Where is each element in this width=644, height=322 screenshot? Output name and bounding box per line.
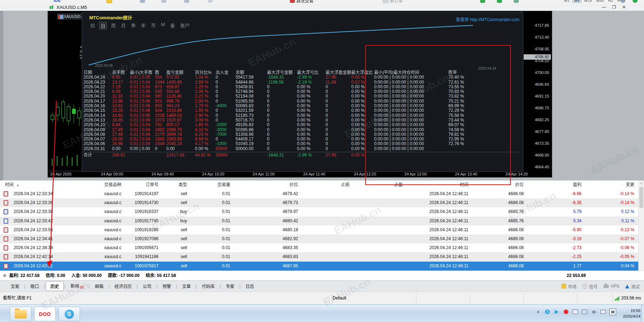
- summary-credit: 信用: 0.00: [46, 273, 65, 278]
- tab-代码库[interactable]: 代码库: [197, 282, 219, 291]
- tab-交易[interactable]: 交易: [6, 282, 24, 291]
- col-tp[interactable]: 止盈: [354, 180, 407, 189]
- tray-m-icon[interactable]: M: [609, 308, 616, 315]
- col-sl[interactable]: 止损: [302, 180, 354, 189]
- col-change[interactable]: 变更: [586, 180, 639, 189]
- tester-button[interactable]: 测试: [625, 283, 640, 289]
- crosshair-icon[interactable]: [161, 0, 166, 4]
- cloud-icon: [603, 285, 609, 288]
- col-price-close[interactable]: 价位: [473, 180, 528, 189]
- new-order-button[interactable]: 新订单: [383, 0, 403, 4]
- panel-tab[interactable]: 日: [99, 22, 107, 29]
- scroll-thumb[interactable]: [639, 187, 643, 208]
- taskbar-clock[interactable]: 19:56 2026/4/24: [623, 308, 640, 319]
- tab-敞口[interactable]: 敞口: [26, 282, 43, 291]
- tray-monitor-icon[interactable]: [572, 309, 578, 315]
- col-open-time[interactable]: 时间▲: [0, 180, 90, 189]
- panel-tab[interactable]: 年: [140, 22, 147, 29]
- line-chart-icon[interactable]: [514, 0, 519, 4]
- col-close-time[interactable]: 时间: [407, 180, 473, 189]
- tray-keyboard-icon[interactable]: [600, 309, 606, 315]
- tab-预警[interactable]: 预警: [158, 282, 175, 291]
- panel-tab[interactable]: 月: [120, 22, 127, 29]
- profile-name[interactable]: Default: [333, 292, 346, 304]
- table-row[interactable]: 2026.04.24 12:42:14 xauusd.c 1091941166 …: [0, 252, 639, 261]
- table-row[interactable]: 2026.04.24 12:33:34 xauusd.c 1091914197 …: [0, 189, 639, 198]
- panel-tab[interactable]: M: [160, 22, 166, 29]
- taskbar-doo-button[interactable]: DOO: [34, 307, 56, 321]
- table-row[interactable]: 2026.04.24 12:33:38 xauusd.c 1091916337 …: [0, 207, 639, 216]
- price-tick: 4695.60: [524, 82, 549, 86]
- tab-历史[interactable]: 历史: [46, 281, 64, 291]
- tab-文章[interactable]: 文章: [178, 282, 195, 291]
- col-profit[interactable]: 盈利: [528, 180, 586, 189]
- profile-icon[interactable]: [633, 0, 638, 4]
- panel-tab[interactable]: 季: [130, 22, 137, 29]
- cursor-icon[interactable]: [184, 0, 189, 4]
- panel-tab[interactable]: 币: [150, 22, 157, 29]
- col-order[interactable]: 订单号: [126, 180, 163, 189]
- table-row[interactable]: 2026.04.24 12:33:36 xauusd.c 1091914730 …: [0, 198, 639, 207]
- stats-header: 日期总手数 最小|大手数数 盈亏金额百分比% 出入金余额 最大浮亏金额最大浮亏比…: [84, 70, 519, 75]
- tray-network-icon[interactable]: [582, 309, 588, 315]
- doo-logo: DOO: [39, 311, 51, 317]
- tab-专家[interactable]: 专家: [222, 282, 239, 291]
- candle-chart-icon[interactable]: [480, 0, 485, 4]
- tray-red-app-icon[interactable]: [563, 309, 569, 315]
- table-row[interactable]: 2026.04.24 12:33:42 xauusd.c 1091917745 …: [0, 217, 639, 226]
- flask-icon: [625, 284, 629, 288]
- tf-h1[interactable]: H1: [607, 0, 614, 3]
- table-row[interactable]: 2026.04.24 12:33:56 xauusd.c 1091919285 …: [0, 226, 639, 234]
- tab-邮箱[interactable]: 邮箱: [91, 282, 108, 291]
- col-type[interactable]: 类型: [163, 180, 191, 189]
- tf-m15[interactable]: M15: [583, 0, 593, 3]
- panel-tab[interactable]: 账户: [179, 22, 191, 29]
- taskbar-folder-button[interactable]: [10, 307, 31, 321]
- tray-telegram-icon[interactable]: [554, 309, 560, 315]
- shapes-icon[interactable]: [208, 0, 213, 4]
- panel-tab[interactable]: 综: [89, 22, 96, 29]
- close-button[interactable]: ✕: [620, 5, 628, 10]
- tray-skype-icon[interactable]: S: [544, 309, 550, 315]
- signals-button[interactable]: 信号: [582, 283, 598, 289]
- table-row[interactable]: 2026.04.24 12:43:21 xauusd.c 1091975817 …: [0, 262, 639, 271]
- stats-row: 2026.04.10 8.64 0.01 | 0.04 792 800.17 1…: [84, 123, 519, 127]
- table-row[interactable]: 2026.04.24 12:38:38 xauusd.c 1091935671 …: [0, 243, 639, 252]
- algo-trading-button[interactable]: 算法交易: [290, 0, 313, 4]
- panel-link[interactable]: 复盘侠 http://MTCommander.com: [456, 16, 519, 22]
- tf-m5[interactable]: M5: [572, 0, 581, 3]
- minimize-button[interactable]: —: [600, 5, 608, 10]
- tab-新闻[interactable]: 新闻99: [66, 281, 88, 291]
- tf-m1[interactable]: M1: [563, 0, 571, 3]
- chart-window[interactable]: XAUUSD.c, ▫ ▨ ? ↘ V 5.15 MTCommander统计 复…: [47, 11, 552, 178]
- chart-icon[interactable]: [140, 0, 145, 4]
- tab-经济日历[interactable]: 经济日历: [110, 282, 136, 291]
- col-price-open[interactable]: 价位: [235, 180, 302, 189]
- tray-expand-icon[interactable]: ∧: [535, 309, 541, 315]
- show-desktop-button[interactable]: [641, 305, 644, 322]
- taskbar-s-app-button[interactable]: S: [59, 307, 80, 321]
- table-row[interactable]: 2026.04.24 12:34:41 xauusd.c 1091927086 …: [0, 234, 639, 243]
- connection-latency[interactable]: 203.56 ms: [621, 292, 641, 304]
- tf-m30[interactable]: M30: [595, 0, 605, 3]
- bar-chart-icon[interactable]: [497, 0, 502, 4]
- time-tick: 24 Apr 09:40: [151, 172, 173, 176]
- folder-icon[interactable]: [106, 0, 112, 4]
- search-icon[interactable]: [620, 0, 625, 4]
- vps-button[interactable]: VPS: [603, 284, 619, 289]
- col-volume[interactable]: 交易量: [191, 180, 235, 189]
- tab-日志[interactable]: 日志: [241, 282, 258, 291]
- col-symbol[interactable]: 交易品种: [90, 180, 126, 189]
- price-axis[interactable]: 4717.854713.404708.954704.504700.054695.…: [521, 11, 552, 172]
- restore-button[interactable]: ❐: [610, 5, 618, 10]
- market-button[interactable]: 市场: [562, 283, 577, 289]
- tray-language-indicator[interactable]: 中: [591, 309, 597, 315]
- expand-icon[interactable]: ⊕: [3, 271, 6, 281]
- vertical-scrollbar[interactable]: ∧: [638, 180, 644, 271]
- scroll-up-icon[interactable]: ∧: [639, 180, 644, 186]
- tab-公司[interactable]: 公司: [139, 282, 156, 291]
- panel-tab[interactable]: 周: [110, 22, 117, 29]
- history-header[interactable]: 时间▲ 交易品种 订单号 类型 交易量 价位 止损 止盈 时间 价位 盈利 变更: [0, 180, 639, 190]
- ide-button[interactable]: IDE: [54, 0, 61, 4]
- panel-tab[interactable]: 备: [169, 22, 176, 29]
